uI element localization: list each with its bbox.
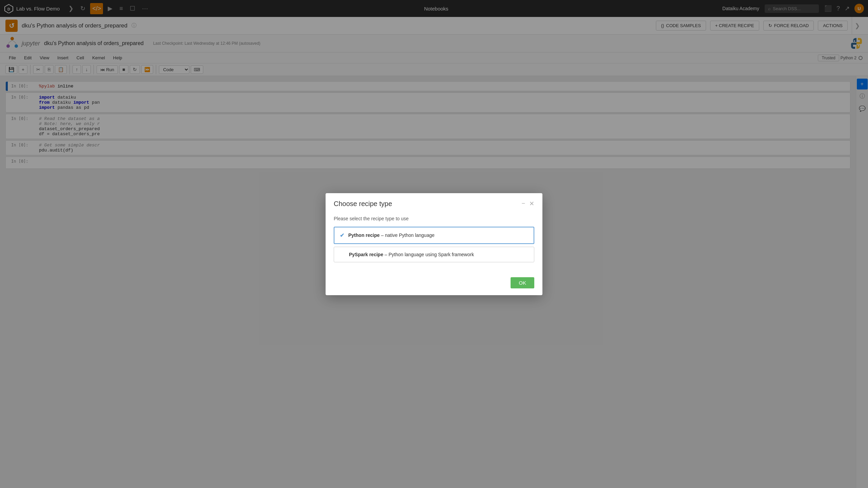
dialog-subtitle: Please select the recipe type to use: [334, 216, 534, 221]
pyspark-recipe-label: PySpark recipe – Python language using S…: [349, 252, 474, 257]
close-button[interactable]: ✕: [529, 200, 534, 207]
dialog-header: Choose recipe type − ✕: [326, 193, 542, 208]
ok-button[interactable]: OK: [511, 277, 534, 288]
python-recipe-name: Python recipe: [348, 232, 380, 238]
minimize-button[interactable]: −: [521, 200, 525, 207]
pyspark-recipe-desc: Python language using Spark framework: [389, 252, 474, 257]
dialog-footer: OK: [326, 273, 542, 295]
dialog-title: Choose recipe type: [334, 200, 392, 208]
check-icon: ✔: [340, 232, 344, 239]
python-recipe-label: Python recipe – native Python language: [348, 232, 435, 238]
python-recipe-option[interactable]: ✔ Python recipe – native Python language: [334, 227, 534, 244]
modal-overlay: Choose recipe type − ✕ Please select the…: [0, 0, 868, 488]
choose-recipe-dialog: Choose recipe type − ✕ Please select the…: [326, 193, 542, 295]
pyspark-recipe-name: PySpark recipe: [349, 252, 383, 257]
dialog-controls: − ✕: [521, 200, 534, 207]
pyspark-recipe-sep: –: [385, 252, 389, 257]
dialog-body: Please select the recipe type to use ✔ P…: [326, 208, 542, 273]
python-recipe-sep: –: [381, 232, 385, 238]
python-recipe-desc: native Python language: [385, 232, 434, 238]
pyspark-recipe-option[interactable]: PySpark recipe – Python language using S…: [334, 247, 534, 262]
